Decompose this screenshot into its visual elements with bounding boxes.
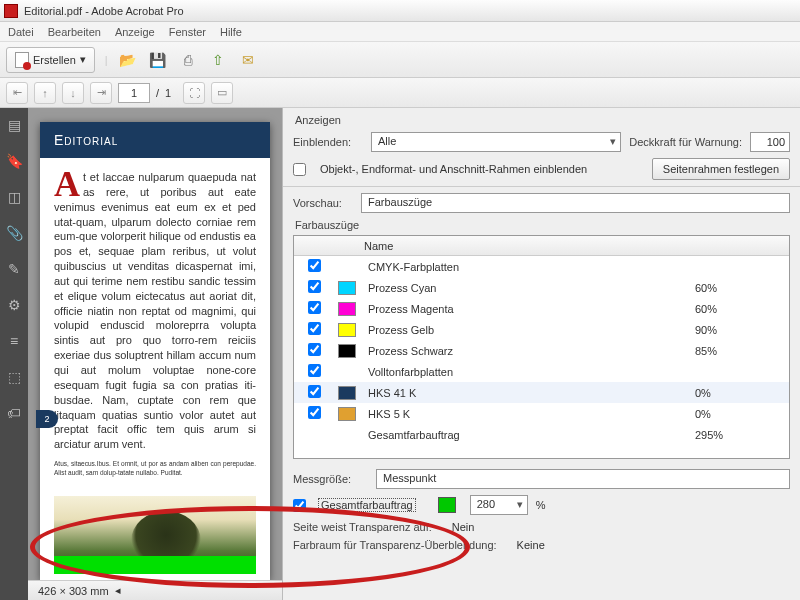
anzeigen-label: Anzeigen [295, 114, 790, 126]
seitenrahmen-button[interactable]: Seitenrahmen festlegen [652, 158, 790, 180]
separation-pct: 60% [695, 282, 785, 294]
menubar: Datei Bearbeiten Anzeige Fenster Hilfe [0, 22, 800, 42]
vorschau-select[interactable]: Farbauszüge [361, 193, 790, 213]
separation-name: Prozess Cyan [364, 282, 695, 294]
separation-row[interactable]: Volltonfarbplatten [294, 361, 789, 382]
output-preview-panel: Anzeigen Einblenden: Alle Deckkraft für … [282, 108, 800, 600]
page-number-input[interactable] [118, 83, 150, 103]
separation-pct: 85% [695, 345, 785, 357]
separation-name: HKS 5 K [364, 408, 695, 420]
separation-checkbox[interactable] [308, 385, 321, 398]
rahmen-label: Objekt-, Endformat- und Anschnitt-Rahmen… [320, 163, 644, 175]
menu-bearbeiten[interactable]: Bearbeiten [48, 26, 101, 38]
rahmen-checkbox[interactable] [293, 163, 306, 176]
transparenz-value: Nein [452, 521, 475, 533]
separation-name: Volltonfarbplatten [364, 366, 695, 378]
app-icon [4, 4, 18, 18]
menu-anzeige[interactable]: Anzeige [115, 26, 155, 38]
save-icon[interactable]: 💾 [148, 50, 168, 70]
separation-checkbox[interactable] [308, 343, 321, 356]
order-icon[interactable]: ≡ [5, 332, 23, 350]
create-button[interactable]: Erstellen ▾ [6, 47, 95, 73]
deckkraft-input[interactable] [750, 132, 790, 152]
deckkraft-label: Deckkraft für Warnung: [629, 136, 742, 148]
separation-pct: 90% [695, 324, 785, 336]
window-title: Editorial.pdf - Adobe Acrobat Pro [24, 5, 184, 17]
print-icon[interactable]: ⎙ [178, 50, 198, 70]
page-badge: 2 [36, 410, 58, 428]
einblenden-label: Einblenden: [293, 136, 363, 148]
separation-pct: 0% [695, 408, 785, 420]
separation-pct: 60% [695, 303, 785, 315]
color-swatch [338, 323, 356, 337]
color-swatch [338, 302, 356, 316]
menu-hilfe[interactable]: Hilfe [220, 26, 242, 38]
separation-row[interactable]: CMYK-Farbplatten [294, 256, 789, 277]
separation-name: Gesamtfarbauftrag [364, 429, 695, 441]
gesamt-value-select[interactable]: 280 [470, 495, 528, 515]
sub-text: Atus, sitaecus.Ibus. Et omnit, ut por as… [54, 460, 256, 478]
separation-row[interactable]: Prozess Schwarz85% [294, 340, 789, 361]
messgroesse-select[interactable]: Messpunkt [376, 469, 790, 489]
separation-row[interactable]: HKS 41 K0% [294, 382, 789, 403]
separation-checkbox[interactable] [308, 301, 321, 314]
farbraum-label: Farbraum für Transparenz-Überblendung: [293, 539, 497, 551]
separation-checkbox[interactable] [308, 322, 321, 335]
tags-icon[interactable]: 🏷 [5, 404, 23, 422]
separation-checkbox[interactable] [308, 259, 321, 272]
messgroesse-label: Messgröße: [293, 473, 368, 485]
color-swatch [338, 407, 356, 421]
prev-page-button[interactable]: ↑ [34, 82, 56, 104]
attachments-icon[interactable]: 📎 [5, 224, 23, 242]
last-page-button[interactable]: ⇥ [90, 82, 112, 104]
einblenden-select[interactable]: Alle [371, 132, 621, 152]
gesamtfarbauftrag-checkbox[interactable] [293, 499, 306, 512]
standards-icon[interactable]: ⚙ [5, 296, 23, 314]
share-icon[interactable]: ⇧ [208, 50, 228, 70]
pages-icon[interactable]: ▤ [5, 116, 23, 134]
document-page: Editorial A t et laccae nulparum quaepud… [40, 122, 270, 580]
left-sidebar: ▤ 🔖 ◫ 📎 ✎ ⚙ ≡ ⬚ 🏷 [0, 108, 28, 600]
separation-row[interactable]: Prozess Magenta60% [294, 298, 789, 319]
dropcap: A [54, 170, 83, 199]
separation-name: Prozess Gelb [364, 324, 695, 336]
next-page-button[interactable]: ↓ [62, 82, 84, 104]
mail-icon[interactable]: ✉ [238, 50, 258, 70]
separation-pct: 295% [695, 429, 785, 441]
gesamtfarbauftrag-label: Gesamtfarbauftrag [318, 498, 416, 512]
separation-row[interactable]: Prozess Cyan60% [294, 277, 789, 298]
bookmarks-icon[interactable]: 🔖 [5, 152, 23, 170]
separation-checkbox[interactable] [308, 364, 321, 377]
gesamt-swatch [438, 497, 456, 513]
model-icon[interactable]: ⬚ [5, 368, 23, 386]
open-icon[interactable]: 📂 [118, 50, 138, 70]
layers-icon[interactable]: ◫ [5, 188, 23, 206]
vorschau-label: Vorschau: [293, 197, 353, 209]
separation-checkbox[interactable] [308, 406, 321, 419]
column-name: Name [360, 240, 699, 252]
page-size: 426 × 303 mm [38, 585, 109, 597]
signatures-icon[interactable]: ✎ [5, 260, 23, 278]
page-total: 1 [165, 87, 171, 99]
first-page-button[interactable]: ⇤ [6, 82, 28, 104]
separation-row[interactable]: Prozess Gelb90% [294, 319, 789, 340]
color-swatch [338, 281, 356, 295]
menu-datei[interactable]: Datei [8, 26, 34, 38]
farbraum-value: Keine [517, 539, 545, 551]
menu-fenster[interactable]: Fenster [169, 26, 206, 38]
separation-name: Prozess Schwarz [364, 345, 695, 357]
separation-row[interactable]: HKS 5 K0% [294, 403, 789, 424]
hand-tool-button[interactable]: ⛶ [183, 82, 205, 104]
farbauszuege-label: Farbauszüge [295, 219, 790, 231]
chevron-left-icon[interactable]: ◂ [115, 584, 121, 597]
separation-name: Prozess Magenta [364, 303, 695, 315]
separation-name: CMYK-Farbplatten [364, 261, 695, 273]
page-image [54, 496, 256, 574]
transparenz-label: Seite weist Transparenz auf: [293, 521, 432, 533]
select-tool-button[interactable]: ▭ [211, 82, 233, 104]
separation-row[interactable]: Gesamtfarbauftrag295% [294, 424, 789, 445]
color-swatch [338, 344, 356, 358]
separation-name: HKS 41 K [364, 387, 695, 399]
separation-checkbox[interactable] [308, 280, 321, 293]
body-text: t et laccae nulparum quaepuda nat as rer… [54, 171, 256, 450]
